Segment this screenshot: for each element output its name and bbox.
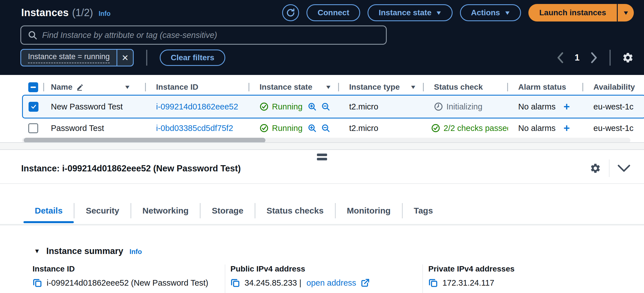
connect-label: Connect bbox=[317, 8, 349, 17]
external-link-icon[interactable] bbox=[361, 278, 370, 287]
instance-details-panel: Instance: i-099214d01862eee52 (New Passw… bbox=[0, 150, 644, 293]
table-row[interactable]: Password Test i-0bd03385cd5df75f2 Runnin… bbox=[22, 120, 644, 137]
actions-dropdown[interactable]: Actions ▼ bbox=[460, 4, 521, 21]
instance-id-link[interactable]: i-0bd03385cd5df75f2 bbox=[156, 124, 233, 133]
column-header-name[interactable]: Name ▼ bbox=[44, 80, 146, 94]
tab-tags[interactable]: Tags bbox=[403, 199, 444, 222]
instance-summary-heading: Instance summary bbox=[46, 246, 123, 256]
column-label: Instance type bbox=[349, 83, 400, 92]
instance-state-label: Instance state bbox=[379, 8, 431, 17]
clear-filters-button[interactable]: Clear filters bbox=[160, 49, 225, 66]
refresh-button[interactable] bbox=[282, 4, 299, 21]
zoom-out-icon[interactable] bbox=[321, 102, 330, 111]
page-title: Instances bbox=[21, 7, 69, 19]
tab-storage[interactable]: Storage bbox=[200, 199, 255, 222]
column-label: Name bbox=[51, 83, 72, 92]
zoom-in-icon[interactable] bbox=[308, 124, 317, 133]
column-label: Availability bbox=[593, 83, 635, 92]
chevron-right-icon bbox=[590, 52, 598, 63]
column-header-instance-state[interactable]: Instance state ▼ bbox=[249, 80, 339, 94]
panel-tabs: Details Security Networking Storage Stat… bbox=[23, 199, 444, 222]
instance-search-box bbox=[20, 25, 387, 45]
search-icon bbox=[27, 30, 38, 40]
open-address-link[interactable]: open address bbox=[306, 278, 356, 288]
copy-icon[interactable] bbox=[33, 278, 42, 288]
field-divider bbox=[422, 264, 423, 293]
column-label: Instance state bbox=[260, 83, 312, 92]
row-checkbox[interactable] bbox=[29, 102, 38, 112]
filter-chip-close-button[interactable]: ✕ bbox=[116, 50, 133, 66]
next-page-button[interactable] bbox=[590, 52, 598, 63]
instance-summary-fields: Instance ID i-099214d01862eee52 (New Pas… bbox=[0, 264, 644, 293]
previous-page-button[interactable] bbox=[556, 52, 565, 63]
caret-down-icon: ▼ bbox=[622, 10, 629, 16]
copy-icon[interactable] bbox=[428, 278, 438, 288]
cell-name: Password Test bbox=[44, 124, 146, 133]
caret-down-icon: ▼ bbox=[504, 10, 511, 16]
tab-details[interactable]: Details bbox=[23, 199, 74, 222]
pagination-divider bbox=[610, 50, 611, 66]
sort-caret-icon: ▼ bbox=[124, 84, 131, 90]
instance-count: (1/2) bbox=[72, 7, 93, 19]
column-header-availability-zone: Availability bbox=[583, 80, 644, 94]
field-label-instance-id: Instance ID bbox=[33, 264, 208, 273]
tab-security[interactable]: Security bbox=[74, 199, 130, 222]
connect-button[interactable]: Connect bbox=[306, 4, 360, 21]
panel-preferences-button[interactable] bbox=[590, 163, 601, 174]
table-row[interactable]: New Password Test i-099214d01862eee52 Ru… bbox=[22, 95, 644, 119]
column-header-alarm-status: Alarm status bbox=[508, 80, 583, 94]
column-label: Alarm status bbox=[518, 83, 566, 92]
instance-id-link[interactable]: i-099214d01862eee52 bbox=[156, 102, 238, 111]
caret-down-icon: ▼ bbox=[435, 10, 442, 16]
ec2-instances-page: Instances (1/2) Info Connect Instance st… bbox=[0, 0, 644, 293]
instance-state-dropdown[interactable]: Instance state ▼ bbox=[368, 4, 453, 21]
sort-caret-icon: ▼ bbox=[410, 84, 416, 90]
panel-drag-handle[interactable] bbox=[317, 154, 327, 160]
filter-chip-instance-state[interactable]: Instance state = running ✕ bbox=[20, 49, 134, 66]
panel-collapse-button[interactable] bbox=[617, 164, 630, 173]
tab-networking[interactable]: Networking bbox=[131, 199, 200, 222]
column-header-instance-type[interactable]: Instance type ▼ bbox=[339, 80, 424, 94]
column-label: Status check bbox=[434, 83, 483, 92]
cell-name: New Password Test bbox=[44, 102, 146, 111]
field-divider bbox=[225, 264, 225, 293]
cell-availability-zone: eu-west-1c bbox=[583, 102, 644, 111]
check-circle-icon bbox=[260, 124, 269, 133]
chevron-down-icon bbox=[617, 164, 630, 173]
launch-instances-button[interactable]: Launch instances bbox=[528, 4, 617, 21]
summary-info-link[interactable]: Info bbox=[129, 248, 142, 256]
tab-status-checks[interactable]: Status checks bbox=[255, 199, 335, 222]
search-input[interactable] bbox=[42, 31, 386, 40]
cell-instance-state: Running bbox=[272, 102, 302, 111]
cell-instance-type: t2.micro bbox=[339, 124, 424, 133]
cell-instance-type: t2.micro bbox=[339, 102, 424, 111]
zoom-in-icon[interactable] bbox=[308, 102, 317, 111]
add-alarm-button[interactable]: + bbox=[563, 124, 570, 132]
tab-monitoring[interactable]: Monitoring bbox=[336, 199, 402, 222]
filter-divider bbox=[146, 50, 147, 66]
console-header: Instances (1/2) Info Connect Instance st… bbox=[0, 0, 644, 75]
zoom-out-icon[interactable] bbox=[321, 124, 330, 133]
cell-status-check: 2/2 checks passed bbox=[444, 124, 508, 133]
gear-icon bbox=[590, 163, 601, 174]
launch-instances-menu-button[interactable]: ▼ bbox=[617, 4, 634, 21]
add-alarm-button[interactable]: + bbox=[563, 102, 570, 111]
check-circle-icon bbox=[260, 102, 269, 111]
field-value-private-ipv4: 172.31.24.117 bbox=[442, 278, 494, 288]
panel-controls-divider bbox=[609, 160, 610, 177]
field-value-instance-id: i-099214d01862eee52 (New Password Test) bbox=[47, 278, 208, 288]
copy-icon[interactable] bbox=[230, 278, 240, 288]
panel-resize-gap bbox=[0, 142, 644, 150]
table-preferences-button[interactable] bbox=[622, 52, 634, 64]
cell-availability-zone: eu-west-1c bbox=[583, 124, 644, 133]
panel-title: Instance: i-099214d01862eee52 (New Passw… bbox=[21, 163, 241, 174]
row-checkbox[interactable] bbox=[28, 123, 38, 133]
select-all-checkbox[interactable] bbox=[28, 82, 38, 92]
instances-info-link[interactable]: Info bbox=[99, 10, 111, 18]
actions-label: Actions bbox=[471, 8, 500, 17]
pagination: 1 bbox=[556, 50, 634, 66]
page-number[interactable]: 1 bbox=[575, 53, 580, 63]
launch-instances-split-button: Launch instances ▼ bbox=[528, 4, 634, 21]
section-expander-icon[interactable]: ▼ bbox=[34, 247, 40, 255]
edit-pencil-icon bbox=[76, 83, 84, 91]
